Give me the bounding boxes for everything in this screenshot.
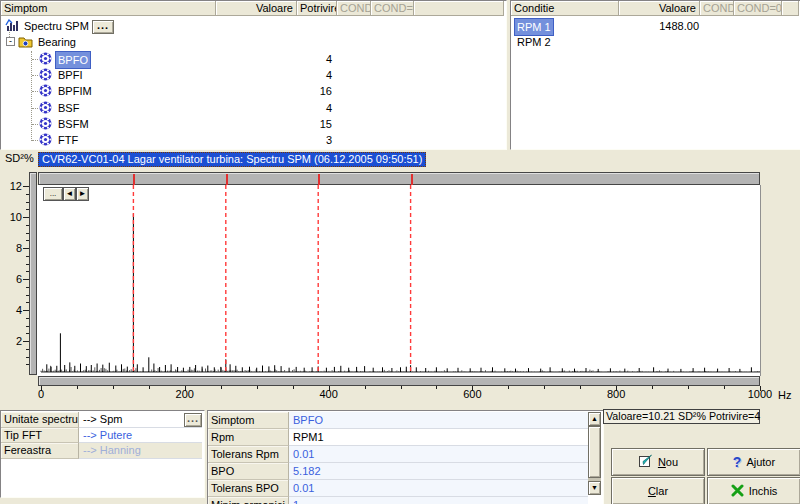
button-label: Nou	[658, 456, 678, 468]
property-row-value[interactable]: 0.01	[289, 446, 588, 463]
chart-prev-button[interactable]: ◄	[63, 187, 76, 201]
button-label: Ajutor	[746, 456, 775, 468]
y-axis-tick-label: 6	[2, 274, 22, 285]
scrollbar-up-button[interactable]: ▲	[588, 412, 601, 426]
button-label: Clar	[648, 485, 668, 497]
tree-root-row[interactable]: Spectru SPM...	[2, 18, 505, 34]
tree-line	[32, 75, 38, 76]
y-axis-zoom-bar[interactable]	[29, 172, 37, 375]
property-row-value[interactable]: 5.182	[289, 463, 588, 480]
y-axis-tick	[23, 310, 29, 311]
condition-item-label[interactable]: RPM 2	[514, 34, 554, 50]
symptom-item-label[interactable]: BSFM	[55, 116, 92, 132]
y-axis-tick	[23, 186, 29, 187]
harmonic-cursor-tick	[226, 174, 228, 185]
scrollbar-down-button[interactable]: ▼	[588, 481, 601, 495]
property-row-value[interactable]: 1	[289, 497, 588, 504]
new-document-icon	[638, 454, 653, 470]
spectrum-more-button[interactable]: ...	[92, 20, 114, 34]
symptom-item-label[interactable]: BSF	[55, 100, 82, 116]
x-axis-tick	[401, 386, 402, 389]
tree-group-label[interactable]: Bearing	[35, 34, 79, 50]
collapse-expander-icon[interactable]: -	[6, 37, 15, 46]
symptom-item-bpfo[interactable]: BPFO4	[2, 51, 505, 67]
potrivire-value: 4	[286, 67, 332, 83]
help-icon: ?	[733, 454, 742, 470]
x-axis-tick-label: 1000	[740, 389, 780, 400]
settings-row-label: Unitate spectru	[1, 412, 79, 428]
condition-item-label[interactable]: RPM 1	[514, 18, 554, 36]
y-axis-tick	[26, 256, 29, 257]
property-row-value[interactable]: 0.01	[289, 480, 588, 497]
y-axis-tick	[23, 341, 29, 342]
harmonic-cursor-tick	[411, 174, 413, 185]
x-axis-tick	[580, 386, 581, 389]
condition-item-rpm-2[interactable]: RPM 2	[512, 34, 800, 50]
x-axis-tick	[365, 386, 366, 389]
scrollbar-thumb[interactable]	[588, 426, 601, 478]
app-window: Simptom Valoare Potrivire COND COND=0 Sp…	[0, 0, 800, 504]
y-axis-tick	[26, 287, 29, 288]
condition-item-rpm-1[interactable]: RPM 11488.00	[512, 18, 800, 34]
y-axis-tick	[26, 202, 29, 203]
tree-line	[32, 59, 38, 60]
x-axis-pan-bar-bottom[interactable]	[38, 376, 760, 386]
y-axis-tick	[26, 318, 29, 319]
ajutor-button[interactable]: ?Ajutor	[707, 448, 800, 476]
chart-title[interactable]: CVR62-VC01-04 Lagar ventilator turbina: …	[38, 152, 426, 167]
property-row-value[interactable]: BPFO	[289, 412, 588, 429]
symptom-item-bpfim[interactable]: BPFIM16	[2, 83, 505, 99]
symptom-item-bpfi[interactable]: BPFI4	[2, 67, 505, 83]
tree-group-row[interactable]: -Bearing	[2, 34, 505, 50]
x-axis-tick	[149, 386, 150, 389]
property-row-label: Tolerans BPO	[208, 480, 289, 497]
settings-row-value[interactable]: --> Putere	[79, 428, 202, 444]
y-axis-tick	[26, 233, 29, 234]
x-axis-tick-label: 0	[21, 389, 61, 400]
x-axis-tick	[688, 386, 689, 389]
x-axis-pan-bar-top[interactable]	[38, 172, 760, 185]
clar-button[interactable]: Clar	[611, 477, 705, 504]
property-row-label: BPO	[208, 463, 289, 480]
y-axis-tick-label: 4	[2, 305, 22, 316]
symptom-panel: Simptom Valoare Potrivire COND COND=0 Sp…	[0, 0, 507, 150]
settings-more-button[interactable]: ...	[184, 413, 202, 427]
y-axis-tick	[26, 357, 29, 358]
symptom-item-label[interactable]: BPFO	[55, 51, 91, 69]
spectrum-plot-area[interactable]: ... ◄ ►	[37, 185, 761, 376]
symptom-item-label[interactable]: FTF	[55, 132, 81, 148]
nou-button[interactable]: Nou	[611, 448, 705, 476]
y-axis-tick	[26, 194, 29, 195]
harmonic-cursor-tick	[318, 174, 320, 185]
harmonic-cursor-tick	[133, 174, 135, 185]
tree-line	[32, 140, 38, 141]
chart-options-button[interactable]: ...	[43, 187, 63, 201]
symptom-item-bsf[interactable]: BSF4	[2, 100, 505, 116]
x-axis-tick	[257, 386, 258, 389]
y-axis-tick	[26, 333, 29, 334]
symptom-item-label[interactable]: BPFIM	[55, 83, 95, 99]
x-axis-tick	[508, 386, 509, 389]
property-row-value[interactable]: RPM1	[289, 429, 588, 446]
condition-value: 1488.00	[612, 18, 699, 34]
x-axis-tick	[77, 386, 78, 389]
x-axis-tick	[544, 386, 545, 389]
y-axis-tick	[23, 279, 29, 280]
symptom-item-ftf[interactable]: FTF3	[2, 132, 505, 148]
y-axis-tick	[26, 364, 29, 365]
potrivire-value: 15	[286, 116, 332, 132]
y-axis-tick	[26, 302, 29, 303]
y-axis-tick-label: 10	[2, 212, 22, 223]
chart-next-button[interactable]: ►	[76, 187, 89, 201]
x-axis-tick	[221, 386, 222, 389]
settings-row-value[interactable]: --> Hanning	[79, 443, 202, 459]
condition-list: RPM 11488.00RPM 2	[511, 1, 800, 149]
tree-root-label[interactable]: Spectru SPM	[21, 18, 92, 34]
y-axis-tick	[26, 264, 29, 265]
symptom-item-label[interactable]: BPFI	[55, 67, 85, 83]
symptom-item-bsfm[interactable]: BSFM15	[2, 116, 505, 132]
tree-line	[32, 108, 38, 109]
spectrum-settings-table: Unitate spectru--> Spm...Tip FFT--> Pute…	[0, 410, 205, 498]
x-axis-tick	[113, 386, 114, 389]
inchis-button[interactable]: Inchis	[707, 477, 800, 504]
